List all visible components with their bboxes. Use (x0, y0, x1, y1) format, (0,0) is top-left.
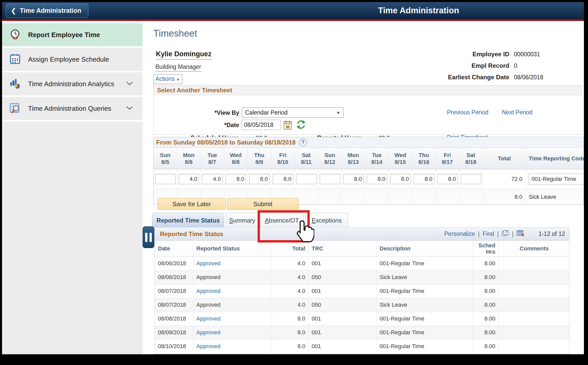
analytics-icon (9, 78, 21, 90)
total-column-header: Total (483, 148, 526, 169)
day-column-header: Tue8/7 (201, 148, 224, 169)
day-name: Sat (302, 152, 310, 159)
hours-input[interactable] (155, 174, 176, 184)
day-column-header: Sat8/18 (459, 148, 483, 169)
hours-input[interactable] (202, 174, 223, 184)
refresh-icon[interactable] (296, 119, 306, 131)
approved-status[interactable]: Approved (197, 329, 221, 336)
approved-status[interactable]: Approved (197, 260, 221, 267)
tab-reported-time-status[interactable]: Reported Time Status (152, 213, 224, 228)
approved-status[interactable]: Approved (197, 343, 221, 349)
table-header-row: DateReported StatusTotalTRCDescriptionSc… (155, 241, 569, 257)
hours-input[interactable] (414, 174, 434, 184)
day-name: Wed (230, 152, 241, 159)
trc-select[interactable]: 001-Regular Time (529, 173, 584, 185)
caret-down-icon: ▼ (176, 78, 180, 82)
table-row: 08/09/2018Approved8.0001001-Regular Time… (155, 326, 569, 339)
hours-cell (271, 169, 295, 189)
sidebar-item-time-administration-queries[interactable]: Time Administration Queries (2, 97, 143, 120)
day-date: 8/18 (465, 159, 476, 165)
hours-input[interactable] (320, 174, 340, 184)
separator: | (512, 230, 513, 237)
day-column-header: Sat8/11 (295, 148, 318, 169)
table-row: 08/06/2018Approved4.0050Sick Leave8.00 (155, 270, 569, 284)
submit-button[interactable]: Submit (227, 198, 299, 210)
next-period-link[interactable]: Next Period (502, 109, 533, 116)
date-input[interactable] (242, 120, 281, 130)
hours-input[interactable] (273, 174, 293, 184)
day-name: Fri (444, 152, 451, 159)
info-label: Employee ID (374, 51, 509, 58)
help-icon[interactable]: ? (299, 139, 307, 146)
hours-input[interactable] (437, 174, 458, 184)
actions-menu-button[interactable]: Actions ▼ (153, 74, 182, 84)
cell-description: 001-Regular Time (376, 312, 472, 326)
day-name: Wed (394, 152, 406, 159)
hours-input[interactable] (390, 174, 411, 184)
hours-cell (342, 169, 365, 189)
app-window: ❮ Time Administration Time Administratio… (2, 2, 584, 354)
personalize-link[interactable]: Personalize (444, 230, 475, 237)
day-name: Mon (348, 152, 359, 159)
cell-total: 4.0 (272, 298, 308, 312)
info-value: 0 (514, 62, 517, 69)
sidebar-item-time-administration-analytics[interactable]: Time Administration Analytics (2, 72, 143, 95)
cell-reported-status: Approved (193, 257, 272, 270)
info-label: Empl Record (374, 62, 509, 69)
reported-time-status-grid: Reported Time Status Personalize | Find … (155, 227, 569, 354)
hours-input[interactable] (461, 174, 481, 184)
day-name: Sat (466, 152, 475, 159)
cell-reported-status: Approved (193, 284, 272, 298)
back-button[interactable]: ❮ Time Administration (6, 3, 88, 18)
cell-empty (272, 353, 308, 354)
tab-summary[interactable]: Summary (226, 213, 258, 228)
hours-input[interactable] (179, 174, 199, 184)
hours-input[interactable] (296, 174, 317, 184)
day-name: Thu (419, 152, 429, 159)
cell-sched-hrs: 8.00 (472, 326, 499, 339)
day-column-header: Wed8/8 (224, 148, 248, 169)
approved-status[interactable]: Approved (197, 288, 221, 294)
sidebar-item-report-employee-time[interactable]: Report Employee Time (2, 23, 143, 46)
pause-collapse-button[interactable] (143, 226, 154, 248)
day-name: Tue (372, 152, 382, 159)
popout-window-icon[interactable] (502, 230, 509, 238)
calendar-picker-icon[interactable]: 31 (283, 120, 292, 131)
employee-name[interactable]: Kylie Dominguez (156, 50, 212, 60)
cell-empty (155, 353, 193, 354)
hours-cell (224, 169, 248, 189)
hours-input[interactable] (226, 174, 246, 184)
info-row: Employee ID 00000031 (374, 51, 573, 58)
view-by-select[interactable]: Calendar Period ▼ (242, 107, 343, 118)
day-column-header: Mon8/6 (177, 148, 201, 169)
hours-input[interactable] (343, 174, 364, 184)
separator: | (478, 230, 480, 237)
hours-cell (389, 169, 412, 189)
cell-total: 8.0 (272, 312, 308, 326)
day-date: 8/15 (395, 159, 406, 165)
hours-input[interactable] (367, 174, 387, 184)
cell-description: 001-Regular Time (376, 284, 472, 298)
find-link[interactable]: Find (483, 230, 494, 237)
cell-empty (308, 353, 376, 354)
svg-text:31: 31 (286, 125, 290, 129)
day-date: 8/13 (348, 159, 359, 165)
sidebar-item-assign-employee-schedule[interactable]: Assign Employee Schedule (2, 48, 143, 71)
sick-hours-cell (436, 189, 459, 205)
sidebar: Report Employee Time Assign Employee Sch… (2, 21, 143, 354)
table-row: 08/07/2018Approved4.0001001-Regular Time… (155, 284, 569, 298)
info-row: Empl Record 0 (374, 62, 573, 69)
employee-job-title[interactable]: Building Manager (155, 63, 201, 72)
tab-exceptions[interactable]: Exceptions (305, 213, 348, 228)
hours-input[interactable] (249, 174, 270, 184)
date-label: *Date (154, 122, 239, 129)
cell-trc: 001 (308, 312, 376, 326)
download-grid-icon[interactable] (516, 230, 524, 238)
hours-cell (459, 169, 483, 189)
save-for-later-button[interactable]: Save for Later (158, 198, 226, 210)
previous-period-link[interactable]: Previous Period (447, 109, 488, 116)
cell-total: 8.0 (272, 326, 308, 339)
tab-absence-ot[interactable]: Absence/OT (260, 213, 304, 228)
cell-comments (499, 257, 569, 270)
approved-status[interactable]: Approved (197, 315, 221, 322)
